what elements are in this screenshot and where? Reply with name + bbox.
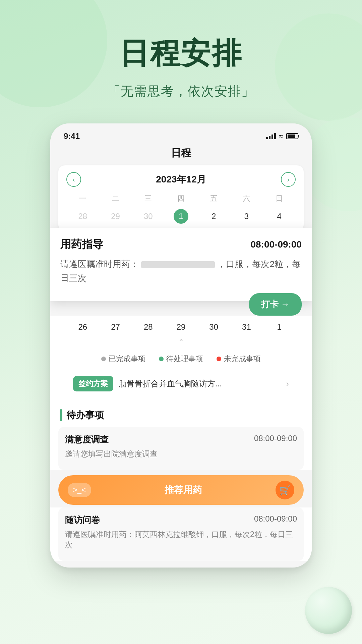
legend-pending: 待处理事项 — [159, 354, 203, 364]
recommend-bar[interactable]: >_< 推荐用药 🛒 — [58, 475, 304, 505]
todo-card-2-time: 08:00-09:00 — [254, 514, 297, 526]
app-header-title: 日程 — [50, 144, 312, 165]
legend-row: 已完成事项 待处理事项 未完成事项 — [50, 350, 312, 369]
todo-card-1-title: 满意度调查 — [65, 434, 109, 445]
recommend-code-button[interactable]: >_< — [68, 483, 91, 497]
cal-day-2[interactable]: 2 — [197, 208, 230, 224]
event-card-header: 用药指导 08:00-09:00 — [60, 237, 302, 252]
battery-icon — [286, 133, 298, 139]
cal-day-3[interactable]: 3 — [230, 208, 263, 224]
cal-day-b27[interactable]: 27 — [99, 319, 132, 335]
status-bar: 9:41 ≈ — [50, 123, 312, 144]
cal-day-b1[interactable]: 1 — [263, 319, 296, 335]
todo-card-2-header: 随访问卷 08:00-09:00 — [65, 514, 297, 526]
todo-card-1-time: 08:00-09:00 — [254, 434, 297, 445]
recommend-label: 推荐用药 — [91, 484, 276, 496]
todo-card-2-desc: 请遵医嘱准时用药：阿莫西林克拉维酸钾，口服，每次2粒，每日三次 — [65, 529, 297, 550]
weekday-sun: 日 — [263, 192, 296, 205]
legend-incomplete: 未完成事项 — [217, 354, 261, 364]
todo-card-1: 满意度调查 08:00-09:00 邀请您填写出院满意度调查 — [58, 427, 304, 470]
event-time: 08:00-09:00 — [250, 239, 302, 250]
todo-card-1-header: 满意度调查 08:00-09:00 — [65, 434, 297, 445]
event-desc-prefix: 请遵医嘱准时用药： — [60, 259, 139, 269]
cal-day-b26[interactable]: 26 — [66, 319, 99, 335]
event-card: 用药指导 08:00-09:00 请遵医嘱准时用药： ，口服，每次2粒，每日三次… — [50, 228, 312, 301]
legend-completed: 已完成事项 — [101, 354, 145, 364]
cal-day-b29[interactable]: 29 — [165, 319, 197, 335]
contract-name: 肋骨骨折合并血气胸随访方... — [119, 378, 281, 389]
collapse-indicator[interactable]: ⌃ — [50, 335, 312, 350]
cal-day-b31[interactable]: 31 — [230, 319, 263, 335]
todo-indicator — [60, 409, 62, 421]
status-time: 9:41 — [64, 131, 80, 141]
weekday-fri: 五 — [197, 192, 230, 205]
calendar-weekdays: 一 二 三 四 五 六 日 — [66, 192, 296, 205]
cal-day-b30[interactable]: 30 — [197, 319, 230, 335]
calendar-bottom-row: 26 27 28 29 30 31 1 — [50, 316, 312, 335]
calendar-prev-button[interactable]: ‹ — [66, 172, 81, 187]
cal-day-b28[interactable]: 28 — [132, 319, 165, 335]
recommend-cart-icon[interactable]: 🛒 — [276, 481, 294, 499]
cal-day-28[interactable]: 28 — [66, 208, 99, 224]
contract-tag: 签约方案 — [73, 376, 113, 391]
weekday-sat: 六 — [230, 192, 263, 205]
calendar-days-row1: 28 29 30 1 2 3 4 — [66, 208, 296, 224]
todo-section-title: 待办事项 — [66, 409, 104, 422]
legend-dot-green — [159, 357, 164, 361]
checkin-button[interactable]: 打卡 → — [249, 293, 302, 316]
phone-mockup: 9:41 ≈ 日程 ‹ 2023年12月 › 一 — [50, 123, 312, 568]
calendar-month-label: 2023年12月 — [156, 173, 206, 186]
calendar-nav: ‹ 2023年12月 › — [66, 172, 296, 187]
todo-card-2-title: 随访问卷 — [65, 514, 100, 526]
cal-day-1[interactable]: 1 — [174, 209, 188, 224]
legend-label-incomplete: 未完成事项 — [224, 354, 261, 364]
hero-subtitle: 「无需思考，依次安排」 — [107, 83, 255, 100]
todo-card-2: 随访问卷 08:00-09:00 请遵医嘱准时用药：阿莫西林克拉维酸钾，口服，每… — [58, 507, 304, 561]
calendar-next-button[interactable]: › — [281, 172, 296, 187]
signal-icon — [266, 133, 276, 139]
todo-header: 待办事项 — [58, 409, 304, 422]
todo-section: 待办事项 满意度调查 08:00-09:00 邀请您填写出院满意度调查 — [50, 404, 312, 470]
event-desc-blurred — [141, 261, 215, 268]
legend-label-completed: 已完成事项 — [109, 354, 145, 364]
contract-arrow-icon: › — [286, 379, 289, 388]
calendar-section: ‹ 2023年12月 › 一 二 三 四 五 六 日 28 29 30 1 2 … — [58, 165, 304, 231]
todo-card-1-desc: 邀请您填写出院满意度调查 — [65, 449, 297, 459]
event-title: 用药指导 — [60, 237, 103, 252]
legend-dot-gray — [101, 357, 106, 361]
status-icons: ≈ — [266, 132, 298, 140]
code-icon: >_< — [73, 486, 86, 494]
bg-decoration-sphere — [305, 587, 352, 634]
legend-label-pending: 待处理事项 — [166, 354, 203, 364]
weekday-mon: 一 — [66, 192, 99, 205]
weekday-tue: 二 — [99, 192, 132, 205]
wifi-icon: ≈ — [279, 132, 283, 140]
weekday-wed: 三 — [132, 192, 165, 205]
hero-title: 日程安排 — [119, 34, 243, 73]
cal-day-30[interactable]: 30 — [132, 208, 165, 224]
cal-day-4[interactable]: 4 — [263, 208, 296, 224]
cal-day-29[interactable]: 29 — [99, 208, 132, 224]
contract-row[interactable]: 签约方案 肋骨骨折合并血气胸随访方... › — [66, 371, 296, 397]
chevron-up-icon: ⌃ — [178, 338, 184, 345]
legend-dot-red — [217, 357, 221, 361]
weekday-thu: 四 — [165, 192, 197, 205]
event-desc: 请遵医嘱准时用药： ，口服，每次2粒，每日三次 — [60, 257, 302, 285]
